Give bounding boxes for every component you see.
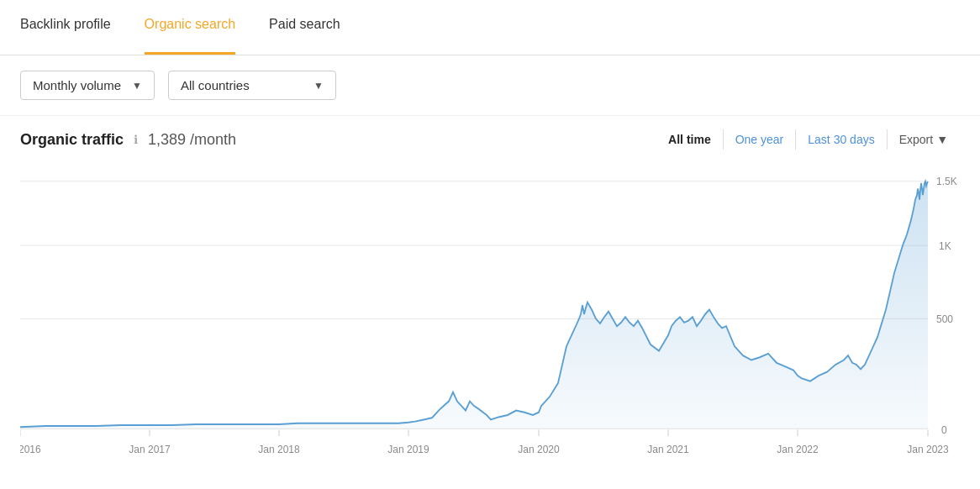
tab-organic[interactable]: Organic search: [145, 0, 236, 55]
organic-traffic-chart: 1.5K 1K 500 0 Jan 2016 Jan 2017 Jan 2018…: [20, 163, 960, 465]
time-one-year[interactable]: One year: [723, 129, 796, 150]
x-label-2019: Jan 2019: [387, 443, 429, 455]
y-label-1k: 1K: [939, 239, 951, 252]
controls-row: Monthly volume ▼ All countries ▼: [0, 55, 980, 116]
export-button[interactable]: Export ▼: [887, 129, 960, 150]
traffic-label-group: Organic traffic ℹ 1,389 /month: [20, 131, 236, 149]
y-label-0: 0: [941, 423, 947, 436]
chart-header: Organic traffic ℹ 1,389 /month All time …: [20, 129, 960, 150]
x-label-2017: Jan 2017: [129, 443, 170, 455]
y-label-500: 500: [936, 313, 953, 325]
chart-container: 1.5K 1K 500 0 Jan 2016 Jan 2017 Jan 2018…: [20, 163, 960, 465]
x-label-2023: Jan 2023: [907, 443, 948, 455]
tab-backlink[interactable]: Backlink profile: [20, 0, 111, 55]
volume-dropdown-arrow: ▼: [132, 80, 142, 92]
export-arrow-icon: ▼: [936, 133, 948, 146]
tab-paid[interactable]: Paid search: [269, 0, 340, 55]
volume-dropdown[interactable]: Monthly volume ▼: [20, 71, 155, 100]
countries-dropdown-arrow: ▼: [313, 80, 324, 92]
info-icon[interactable]: ℹ: [134, 133, 138, 146]
export-label: Export: [899, 133, 933, 146]
x-label-2016: Jan 2016: [20, 443, 41, 455]
x-label-2022: Jan 2022: [777, 443, 818, 455]
x-label-2020: Jan 2020: [518, 443, 559, 455]
volume-dropdown-label: Monthly volume: [33, 78, 121, 92]
x-label-2018: Jan 2018: [258, 443, 299, 455]
time-last-30[interactable]: Last 30 days: [795, 129, 886, 150]
traffic-title: Organic traffic: [20, 131, 124, 149]
countries-dropdown[interactable]: All countries ▼: [168, 71, 336, 100]
x-label-2021: Jan 2021: [647, 443, 688, 455]
time-controls: All time One year Last 30 days Export ▼: [656, 129, 960, 150]
chart-area-fill: [20, 181, 928, 429]
countries-dropdown-label: All countries: [181, 78, 250, 92]
traffic-value: 1,389 /month: [148, 131, 236, 149]
tabs-container: Backlink profile Organic search Paid sea…: [0, 0, 980, 55]
chart-section: Organic traffic ℹ 1,389 /month All time …: [0, 116, 980, 465]
y-label-1.5k: 1.5K: [936, 176, 957, 188]
time-all-time[interactable]: All time: [656, 129, 723, 150]
